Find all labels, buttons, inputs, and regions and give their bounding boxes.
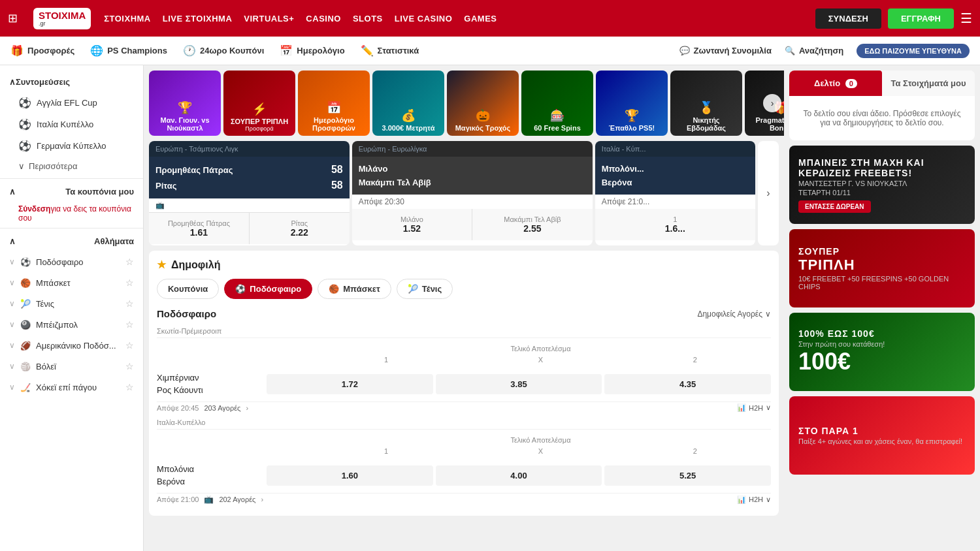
betslip-tab-my-bets[interactable]: Τα Στοιχήματά μου: [882, 71, 975, 96]
match2-markets-arrow[interactable]: ›: [261, 496, 263, 503]
subnav-statistics[interactable]: ✏️ Στατιστικά: [361, 44, 419, 57]
live-italy-odd-1[interactable]: 1 1.6...: [595, 209, 755, 240]
popular-league-2: Ιταλία-Κυπέλλο: [157, 416, 771, 430]
sidebar-sport-basketball[interactable]: ∨ 🏀 Μπάσκετ ☆: [0, 272, 143, 293]
grid-icon[interactable]: ⊞: [8, 11, 18, 25]
banner-super-triple[interactable]: ⚡ ΣΟΥΠΕΡ ΤΡΙΠΛΗ Προσφορά: [223, 71, 295, 136]
login-button[interactable]: ΣΥΝΔΕΣΗ: [815, 8, 881, 29]
sidebar-more[interactable]: ∨ Περισσότερα: [0, 157, 143, 176]
banners-next-button[interactable]: ›: [763, 94, 781, 112]
banner-calendar[interactable]: 📅 Ημερολόγιο Προσφορών: [298, 71, 370, 136]
search-icon: 🔍: [785, 46, 795, 55]
match2-markets[interactable]: 202 Αγορές: [219, 496, 255, 503]
live-odd-btn-1[interactable]: Προμηθέας Πάτρας 1.61: [149, 213, 250, 244]
betslip-tab-deltion[interactable]: Δελτίο 0: [789, 71, 882, 96]
star-am-football-icon[interactable]: ☆: [125, 340, 134, 351]
live-mid-odd2-value: 2.55: [476, 223, 589, 234]
banner-free-spins[interactable]: 🎰 60 Free Spins: [521, 71, 593, 136]
nav-stoixima[interactable]: ΣΤΟΙΧΗΜΑ: [104, 14, 151, 24]
sidebar-sport-hockey[interactable]: ∨ 🏒 Χόκεϊ επί πάγου ☆: [0, 377, 143, 398]
tab-football[interactable]: ⚽ Ποδόσφαιρο: [224, 279, 312, 299]
nav-virtuals[interactable]: VIRTUALS+: [244, 14, 294, 24]
match1-odd-2[interactable]: 4.35: [604, 374, 771, 394]
match1-odd-1[interactable]: 1.72: [267, 374, 433, 394]
banner-halloween[interactable]: 🎃 Μαγικός Τροχός: [447, 71, 519, 136]
responsible-gaming-button[interactable]: ΕΔΩ ΠΑΙΖΟΥΜΕ ΥΠΕΥΘΥΝΑ: [857, 44, 970, 58]
subnav-ps-champions[interactable]: 🌐 PS Champions: [90, 44, 167, 57]
nav-games[interactable]: GAMES: [464, 14, 497, 24]
star-football-icon[interactable]: ☆: [125, 257, 134, 267]
medal-icon: 🏅: [699, 101, 713, 115]
nav-live-stoixima[interactable]: LIVE ΣΤΟΙΧΗΜΑ: [163, 14, 233, 24]
banner-cash[interactable]: 💰 3.000€ Μετρητά: [372, 71, 444, 136]
sports-header[interactable]: ∧ Αθλήματα: [0, 231, 143, 251]
banner-winner[interactable]: 🏅 Νικητής Εβδομάδας: [670, 71, 742, 136]
subnav-prosfores[interactable]: 🎁 Προσφορές: [10, 44, 74, 57]
match2-stats[interactable]: 📊 H2H ∨: [737, 496, 771, 504]
match2-odd-2[interactable]: 5.25: [604, 465, 771, 486]
match1-stats[interactable]: 📊 H2H ∨: [737, 403, 771, 412]
live-mid-odd-1[interactable]: Μιλάνο 1.52: [352, 209, 473, 240]
sidebar-item-england-efl[interactable]: ⚽ Αγγλία EFL Cup: [0, 92, 143, 114]
hamburger-icon[interactable]: ☰: [960, 10, 972, 26]
sidebar-item-germany-cup[interactable]: ⚽ Γερμανία Κύπελλο: [0, 135, 143, 157]
tab-basketball[interactable]: 🏀 Μπάσκετ: [318, 279, 391, 299]
sidebar-sport-baseball[interactable]: ∨ 🎱 Μπέιζμπολ ☆: [0, 314, 143, 335]
sidebar-sport-volleyball[interactable]: ∨ 🏐 Βόλεϊ ☆: [0, 356, 143, 377]
promo-100-percent[interactable]: 100% ΕΩΣ 100€ Στην πρώτη σου κατάθεση! 1…: [789, 313, 975, 391]
match2-odds-labels: 1 X 2: [310, 447, 771, 455]
football-tab-label: Ποδόσφαιρο: [250, 284, 301, 294]
match1-markets-arrow[interactable]: ›: [246, 404, 248, 412]
coupons-header[interactable]: ∧ Τα κουπόνια μου: [0, 181, 143, 202]
match2-odd-1[interactable]: 1.60: [267, 465, 433, 486]
popular-league-1: Σκωτία-Πρέμιερσοιπ: [157, 324, 771, 338]
match2-odd-x[interactable]: 4.00: [436, 465, 602, 486]
nav-casino[interactable]: CASINO: [306, 14, 341, 24]
subnav-24h-coupon[interactable]: 🕐 24ωρο Κουπόνι: [183, 44, 264, 57]
subnav-chat[interactable]: 💬 Ζωντανή Συνομιλία: [679, 46, 772, 55]
star-hockey-icon[interactable]: ☆: [125, 382, 134, 392]
sidebar-sport-football[interactable]: ∨ ⚽ Ποδόσφαιρο ☆: [0, 251, 143, 272]
promo-ps-champions[interactable]: ΜΠΑΙΝΕΙΣ ΣΤΗ ΜΑΧΗ ΚΑΙ ΚΕΡΔΙΖΕΙΣ FREEBETS…: [789, 146, 975, 224]
match1-markets[interactable]: 203 Αγορές: [204, 404, 240, 412]
sidebar-item-italy-cup-label: Ιταλία Κυπέλλο: [37, 119, 93, 129]
promo-super-triple[interactable]: ΣΟΥΠΕΡ ΤΡΙΠΛΗ 10€ FREEBET +50 FREESPINS …: [789, 229, 975, 307]
live-mid-odd2-label: Μακάμπι Τελ Αβίβ: [476, 215, 589, 223]
nav-slots[interactable]: SLOTS: [353, 14, 383, 24]
shortcuts-header[interactable]: ∧ Συντομεύσεις: [0, 72, 143, 92]
star-baseball-icon[interactable]: ☆: [125, 319, 134, 330]
match2-team1: Μπολόνια: [157, 463, 261, 475]
live-mid-odd-2[interactable]: Μακάμπι Τελ Αβίβ 2.55: [472, 209, 593, 240]
subnav-search[interactable]: 🔍 Αναζήτηση: [785, 46, 843, 55]
star-basketball-icon[interactable]: ☆: [125, 277, 134, 288]
site-logo[interactable]: STOIXIMA .gr: [33, 8, 91, 29]
sidebar-item-italy-cup[interactable]: ⚽ Ιταλία Κυπέλλο: [0, 114, 143, 135]
live-team-row-2: Ρίτας 58: [155, 178, 343, 193]
sub-navigation: 🎁 Προσφορές 🌐 PS Champions 🕐 24ωρο Κουπό…: [0, 37, 980, 65]
subnav-calendar[interactable]: 📅 Ημερολόγιο: [280, 44, 344, 57]
banner-ps5[interactable]: 🏆 Έπαθλο PS5!: [596, 71, 668, 136]
nav-live-casino[interactable]: LIVE CASINO: [395, 14, 453, 24]
sidebar-sport-baseball-label: Μπέιζμπολ: [36, 320, 78, 330]
promo-para1[interactable]: ΣΤΟ ΠΑΡΑ 1 Παίξε 4+ αγώνες και αν χάσεις…: [789, 396, 975, 475]
live-next-button[interactable]: ›: [758, 141, 779, 245]
label-1: 1: [310, 356, 462, 364]
tab-tennis[interactable]: 🎾 Τένις: [397, 279, 453, 299]
live-odd-btn-2[interactable]: Ρίτας 2.22: [250, 213, 350, 244]
star-volleyball-icon[interactable]: ☆: [125, 361, 134, 371]
popular-markets-dropdown[interactable]: Δημοφιλείς Αγορές ∨: [697, 309, 771, 319]
star-tennis-icon[interactable]: ☆: [125, 298, 134, 309]
stats-bar2-icon: 📊: [737, 496, 746, 504]
promo-ps-cta[interactable]: ΕΝΤΑΣΣΕ ΔΩΡΕΑΝ: [798, 200, 871, 213]
register-button[interactable]: ΕΓΓΡΑΦΗ: [888, 8, 954, 29]
markets-label: Δημοφιλείς Αγορές: [697, 309, 762, 319]
sidebar-sport-american-football[interactable]: ∨ 🏈 Αμερικάνικο Ποδόσ... ☆: [0, 335, 143, 356]
tab-coupons[interactable]: Κουπόνια: [157, 279, 219, 299]
banner-ps-champions[interactable]: 🏆 Μαν. Γιουν. vs Νιούκαστλ: [149, 71, 221, 136]
match1-time: Απόψε 20:45: [157, 404, 199, 412]
sidebar-sport-tennis[interactable]: ∨ 🎾 Τένις ☆: [0, 293, 143, 314]
match1-odd-x[interactable]: 3.85: [436, 374, 602, 394]
live-mid-teams: Μιλάνο Μακάμπι Τελ Αβίβ: [352, 157, 593, 195]
promo-100-title: 100% ΕΩΣ 100€: [798, 328, 875, 339]
coupons-login-link[interactable]: Σύνδεση: [18, 204, 50, 213]
